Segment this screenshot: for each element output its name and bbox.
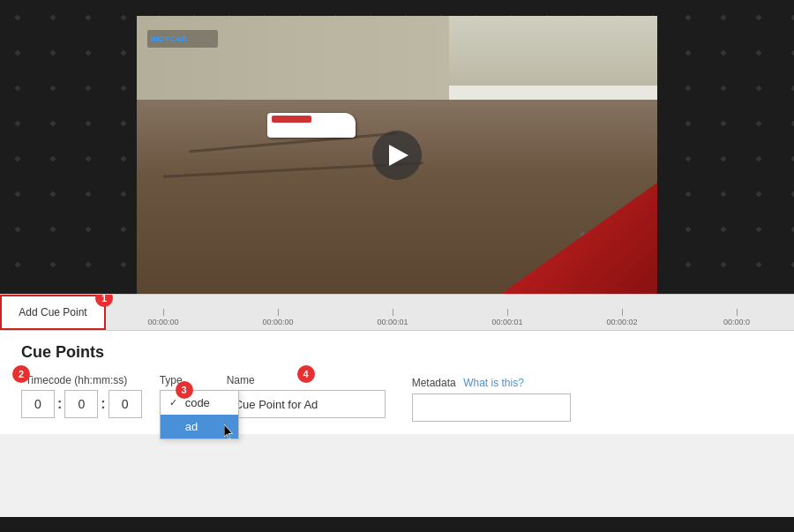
video-area: INDYCAR bbox=[0, 0, 794, 294]
timecode-minutes[interactable] bbox=[64, 390, 98, 418]
timecode-sep-2: : bbox=[100, 396, 106, 412]
type-code-label: code bbox=[185, 396, 210, 409]
badge-3: 3 bbox=[176, 381, 193, 399]
type-dropdown-menu[interactable]: ✓ code ad bbox=[160, 390, 239, 439]
timecode-inputs: : : bbox=[21, 390, 142, 418]
timeline-bar: Add Cue Point 1 00:00:00 00:00:00 00:00:… bbox=[0, 294, 794, 331]
ruler-line bbox=[622, 309, 623, 316]
ruler-label: 00:00:01 bbox=[377, 318, 408, 326]
check-icon: ✓ bbox=[169, 397, 180, 408]
cue-form-row: 2 *Timecode (hh:mm:ss) : : Type ✓ bbox=[21, 374, 773, 422]
badge-2: 2 bbox=[12, 365, 30, 383]
add-cue-point-label: Add Cue Point bbox=[19, 306, 86, 318]
ruler-label: 00:00:01 bbox=[491, 318, 522, 326]
metadata-group: Metadata What is this? bbox=[412, 374, 571, 422]
ruler-line bbox=[393, 309, 393, 316]
metadata-label-row: Metadata What is this? bbox=[412, 374, 571, 390]
ruler-label: 00:00:0 bbox=[723, 318, 750, 326]
play-icon bbox=[389, 145, 408, 166]
timecode-group: 2 *Timecode (hh:mm:ss) : : bbox=[21, 374, 142, 418]
ruler-line bbox=[737, 309, 738, 316]
badge-4: 4 bbox=[297, 365, 315, 383]
type-option-ad[interactable]: ad bbox=[161, 415, 238, 438]
ruler-tick-3: 00:00:01 bbox=[450, 309, 565, 326]
ruler-tick-2: 00:00:01 bbox=[335, 309, 450, 326]
play-button[interactable] bbox=[372, 131, 422, 180]
ruler-tick-4: 00:00:02 bbox=[565, 309, 679, 326]
timecode-hours[interactable] bbox=[21, 390, 55, 418]
ruler-label: 00:00:02 bbox=[606, 318, 637, 326]
timecode-seconds[interactable] bbox=[109, 390, 142, 418]
ruler-tick-5: 00:00:0 bbox=[679, 309, 794, 326]
ruler-line bbox=[278, 309, 279, 316]
type-group: Type ✓ code ad bbox=[160, 374, 183, 390]
mouse-cursor-icon bbox=[224, 424, 235, 440]
ruler-line bbox=[507, 309, 508, 316]
video-player[interactable]: INDYCAR bbox=[137, 16, 657, 294]
metadata-what-is-this-link[interactable]: What is this? bbox=[463, 377, 524, 389]
add-cue-point-button[interactable]: Add Cue Point 1 bbox=[0, 295, 106, 330]
name-group: 4 Name bbox=[227, 374, 386, 418]
cue-points-section: Cue Points 2 *Timecode (hh:mm:ss) : : Ty… bbox=[0, 331, 794, 434]
ruler-label: 00:00:00 bbox=[262, 318, 293, 326]
name-input[interactable] bbox=[227, 390, 386, 418]
ruler-tick-1: 00:00:00 bbox=[221, 309, 335, 326]
type-ad-label: ad bbox=[185, 420, 198, 433]
metadata-input[interactable] bbox=[412, 393, 571, 422]
controls-area: Add Cue Point 1 00:00:00 00:00:00 00:00:… bbox=[0, 294, 794, 517]
ruler-line bbox=[163, 309, 164, 316]
timeline-ruler: 00:00:00 00:00:00 00:00:01 00:00:01 00:0… bbox=[106, 295, 794, 330]
timecode-label: *Timecode (hh:mm:ss) bbox=[21, 374, 142, 386]
metadata-label: Metadata bbox=[412, 377, 456, 389]
timecode-sep-1: : bbox=[56, 396, 63, 412]
ruler-label: 00:00:00 bbox=[147, 318, 178, 326]
ruler-tick-0: 00:00:00 bbox=[106, 309, 221, 326]
cue-points-title: Cue Points bbox=[21, 343, 773, 362]
type-option-code[interactable]: ✓ code bbox=[161, 391, 238, 415]
